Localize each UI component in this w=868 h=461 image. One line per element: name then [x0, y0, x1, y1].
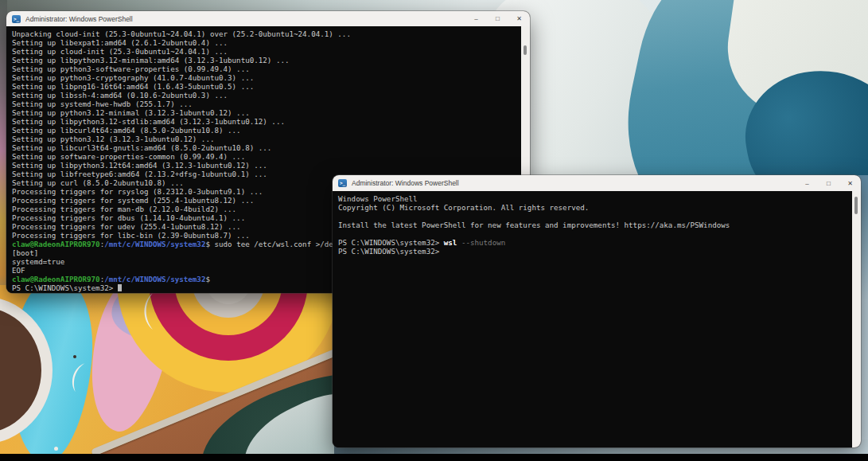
minimize-button[interactable]: – [796, 175, 818, 191]
terminal-line [338, 212, 852, 221]
pedestrian-dot [73, 355, 76, 358]
terminal-line: Setting up libexpat1:amd64 (2.6.1-2ubunt… [12, 38, 521, 47]
terminal-line: Setting up python3.12 (3.12.3-1ubuntu0.1… [12, 135, 521, 143]
terminal-line: PS C:\WINDOWS\system32> [338, 247, 852, 256]
terminal-line: Install the latest PowerShell for new fe… [338, 221, 852, 229]
powershell-icon: >_ [338, 179, 347, 187]
terminal-line: Setting up libpython3.12t64:amd64 (3.12.… [12, 161, 521, 170]
pedestrian-dot [54, 447, 58, 451]
terminal-line: Unpacking cloud-init (25.3-0ubuntu1~24.0… [12, 29, 521, 38]
window-title: Administrator: Windows PowerShell [25, 15, 133, 23]
terminal-line [338, 229, 852, 238]
titlebar[interactable]: >_ Administrator: Windows PowerShell – □… [6, 11, 530, 26]
bird-icon [140, 293, 158, 330]
terminal-output[interactable]: Windows PowerShellCopyright (C) Microsof… [333, 191, 852, 447]
close-button[interactable]: ✕ [508, 11, 530, 26]
terminal-line: Windows PowerShell [338, 194, 852, 203]
terminal-line: Setting up python3-cryptography (41.0.7-… [12, 73, 521, 82]
terminal-line: Setting up libssh-4:amd64 (0.10.6-2ubunt… [12, 91, 521, 100]
terminal-line: Setting up libpython3.12-stdlib:amd64 (3… [12, 117, 521, 126]
terminal-line: Setting up libpython3.12-minimal:amd64 (… [12, 56, 521, 64]
letterbox-bar [0, 454, 868, 461]
close-button[interactable]: ✕ [839, 175, 861, 191]
terminal-line: PS C:\WINDOWS\system32> wsl --shutdown [338, 238, 852, 247]
terminal-line: Setting up cloud-init (25.3-0ubuntu1~24.… [12, 47, 521, 56]
terminal-line: Setting up libpng16-16t64:amd64 (1.6.43-… [12, 82, 521, 91]
maximize-button[interactable]: □ [487, 11, 508, 26]
terminal-line: Setting up libcurl4t64:amd64 (8.5.0-2ubu… [12, 126, 521, 135]
window-controls: – □ ✕ [796, 175, 861, 191]
window-controls: – □ ✕ [465, 11, 530, 26]
terminal-line: Setting up python3-software-properties (… [12, 64, 521, 73]
powershell-window-front: >_ Administrator: Windows PowerShell – □… [333, 175, 861, 447]
powershell-icon: >_ [12, 15, 21, 23]
titlebar[interactable]: >_ Administrator: Windows PowerShell – □… [333, 175, 861, 191]
terminal-line: Copyright (C) Microsoft Corporation. All… [338, 203, 852, 212]
terminal-line: Setting up python3.12-minimal (3.12.3-1u… [12, 108, 521, 117]
scrollbar-thumb[interactable] [854, 197, 858, 214]
terminal-line: Setting up systemd-hwe-hwdb (255.1.7) ..… [12, 100, 521, 108]
scrollbar-thumb[interactable] [524, 45, 527, 55]
terminal-line: Setting up software-properties-common (0… [12, 152, 521, 161]
wallpaper-painted-plaza [0, 285, 334, 455]
maximize-button[interactable]: □ [818, 175, 839, 191]
window-title: Administrator: Windows PowerShell [352, 179, 459, 187]
desktop: >_ Administrator: Windows PowerShell – □… [0, 0, 868, 461]
scrollbar[interactable] [852, 191, 861, 447]
minimize-button[interactable]: – [465, 11, 487, 26]
terminal-line: Setting up libcurl3t64-gnutls:amd64 (8.5… [12, 143, 521, 152]
